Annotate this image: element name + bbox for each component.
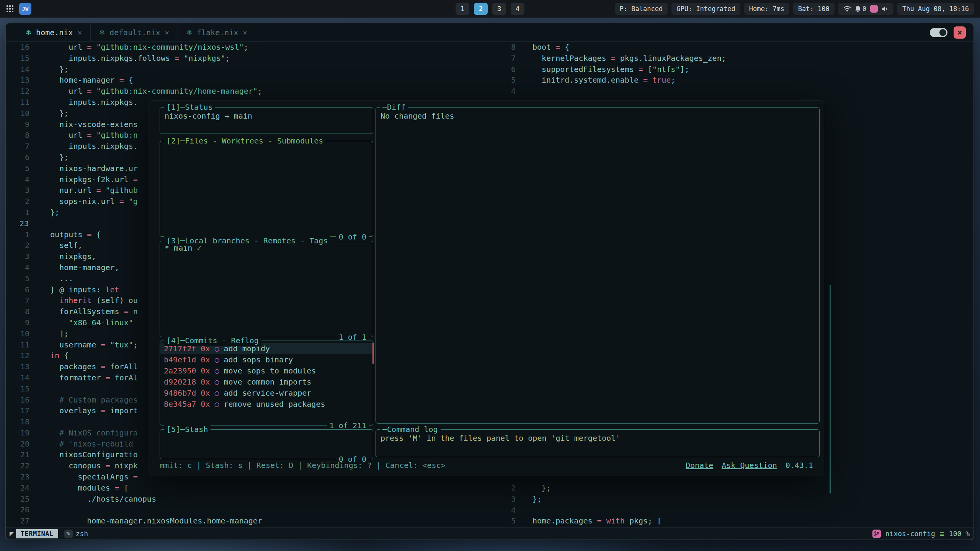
editor-tabbar: ❄ home.nix × ❄ default.nix × ❄ flake.nix… [6, 23, 973, 42]
line-number: 8 [20, 306, 29, 317]
commits-scrollbar[interactable] [372, 342, 374, 364]
tab-close-icon[interactable]: × [77, 28, 82, 37]
code-line: 5 initrd.systemd.enable = true; [511, 75, 973, 86]
panel-dash: ─ [180, 336, 185, 345]
workspace-button[interactable]: 1 [456, 3, 469, 15]
line-number: 7 [511, 53, 516, 64]
workspace-button[interactable]: 3 [492, 3, 506, 15]
line-number: 7 [20, 141, 29, 152]
code-text: inputs.nixpkgs.follows = "nixpkgs"; [50, 53, 230, 64]
code-line: 3 }; [511, 494, 973, 505]
workspace-button[interactable]: 4 [511, 3, 524, 15]
code-line: 6 supportedFilesystems = ["ntfs"]; [511, 64, 973, 75]
lazygit-status-panel[interactable]: [1]─Status nixos-config → main [160, 107, 373, 134]
tab-close-icon[interactable]: × [243, 28, 247, 37]
commit-list: 2717f2f 0x ○ add mopidy b49ef1d 0x ○ add… [160, 341, 373, 410]
panel-dash: ─ [180, 236, 185, 245]
lazygit-command-log-panel[interactable]: ─Command log press 'M' in the files pane… [376, 429, 820, 457]
editor-tab[interactable]: ❄ flake.nix × [178, 23, 256, 41]
code-line: 25 ./hosts/canopus [20, 494, 508, 505]
code-text: formatter = forAl [50, 372, 138, 383]
workspace-button[interactable]: 2 [474, 3, 488, 15]
panel-dash: ─ [382, 425, 387, 434]
line-number: 3 [511, 494, 516, 505]
commit-row[interactable]: 9486b7d 0x ○ add service-wrapper [160, 388, 373, 399]
window-close-button[interactable]: × [954, 26, 966, 39]
commit-row[interactable]: b49ef1d 0x ○ add sops binary [160, 354, 373, 365]
code-text: username = "tux"; [50, 339, 138, 350]
panel-key: [4] [167, 336, 180, 345]
status-module: P: Balanced [615, 3, 668, 15]
git-repo-icon[interactable] [872, 530, 881, 538]
lazygit-version: 0.43.1 [786, 461, 813, 470]
panel-title: Commits - Reflog [185, 336, 259, 345]
tab-close-icon[interactable]: × [165, 28, 169, 37]
code-text: nixpkgs-f2k.url = [50, 174, 138, 185]
commit-row[interactable]: 2a23950 0x ○ move sops to modules [160, 365, 373, 377]
lazygit-files-panel[interactable]: [2]─Files - Worktrees - Submodules 0 of … [160, 141, 373, 237]
app-launcher-icon[interactable] [6, 5, 14, 13]
commit-author: 0x [201, 366, 210, 375]
line-number: 6 [20, 152, 29, 163]
line-number: 7 [20, 295, 29, 306]
line-number: 5 [20, 163, 29, 174]
code-text: forAllSystems = n [50, 306, 138, 317]
line-number: 3 [20, 251, 29, 262]
editor-tab[interactable]: ❄ default.nix × [91, 23, 178, 41]
code-line: 16 url = "github:nix-community/nixos-wsl… [20, 42, 508, 53]
line-number: 2 [20, 196, 29, 207]
code-text: # 'nixos-rebuild [50, 439, 133, 450]
commit-message: move sops to modules [224, 366, 316, 375]
line-number: 14 [20, 64, 29, 75]
line-number: 19 [20, 427, 29, 439]
lazygit-link[interactable]: Donate [686, 461, 713, 470]
notification-bell[interactable]: 0 [855, 5, 866, 13]
line-number: 2 [511, 483, 516, 494]
line-number: 27 [20, 515, 29, 527]
panel-dash: ─ [180, 103, 185, 112]
color-picker-tray-icon[interactable] [870, 5, 878, 13]
commit-hash: 8e345a7 [164, 399, 196, 409]
lazygit-diff-panel[interactable]: ─Diff No changed files [376, 107, 820, 424]
commit-message: remove unused packages [224, 399, 325, 409]
lazygit-stash-panel[interactable]: [5]─Stash 0 of 0 [160, 429, 373, 459]
layout-toggle[interactable] [930, 28, 947, 37]
commit-message: add sops binary [224, 355, 293, 364]
editor-scrollbar[interactable] [830, 285, 831, 494]
panel-title: Diff [387, 103, 405, 112]
code-text: nur.url = "github [50, 185, 138, 196]
lazygit-link[interactable]: Ask Question [722, 461, 777, 470]
shell-name: zsh [76, 530, 88, 538]
line-number: 5 [511, 75, 516, 86]
code-line: 5 home.packages = with pkgs; [ [511, 515, 973, 527]
code-text: boot = { [532, 42, 569, 53]
scroll-percentage: 100 % [949, 530, 970, 538]
wifi-icon[interactable] [843, 6, 851, 12]
lazygit-commits-panel[interactable]: [4]─Commits - Reflog 2717f2f 0x ○ add mo… [160, 341, 373, 425]
clock-label: Thu Aug 08, 18:16 [902, 5, 969, 13]
system-bar: JW 1 2 3 4 [0, 0, 980, 18]
code-text: }; [50, 64, 69, 75]
lazygit-branches-panel[interactable]: [3]─Local branches - Remotes - Tags * ma… [160, 241, 373, 337]
line-number: 4 [20, 174, 29, 185]
terminal-status-bar: ◤ TERMINAL ✎ zsh nixos-config ≡ 100 % [6, 527, 973, 540]
shell-tab[interactable]: ✎ zsh [64, 530, 88, 538]
nix-snowflake-icon: ❄ [99, 28, 105, 36]
status-module-label: Home: 7ms [749, 5, 784, 13]
panel-title: Command log [387, 425, 438, 434]
line-number: 8 [511, 42, 516, 53]
commit-hash: 2a23950 [164, 366, 196, 375]
line-number: 11 [20, 339, 29, 350]
commit-author: 0x [201, 377, 210, 386]
editor-tab[interactable]: ❄ home.nix × [17, 23, 91, 41]
volume-icon[interactable] [882, 6, 889, 12]
line-number: 2 [20, 240, 29, 251]
repo-name[interactable]: nixos-config [885, 530, 935, 538]
status-module: Bat: 100 [793, 3, 835, 15]
commit-hash: d920218 [164, 377, 196, 386]
toggle-knob [939, 29, 946, 36]
commit-row[interactable]: 8e345a7 0x ○ remove unused packages [160, 399, 373, 410]
code-text: modules = [ [50, 483, 129, 494]
commit-row[interactable]: d920218 0x ○ move common imports [160, 377, 373, 388]
clock[interactable]: Thu Aug 08, 18:16 [897, 3, 974, 15]
